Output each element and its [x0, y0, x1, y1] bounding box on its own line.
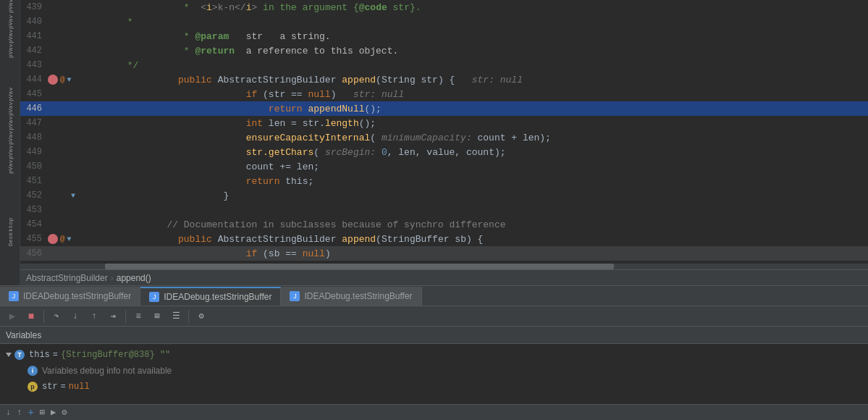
- gutter-label-5: [0, 58, 20, 87]
- javadoc-star2: *: [178, 46, 195, 56]
- nav-add-btn[interactable]: +: [26, 407, 35, 419]
- tab-3[interactable]: J IDEADebug.testStringBuffer: [281, 287, 421, 306]
- var-item-str[interactable]: p str = null: [0, 379, 868, 395]
- bottom-nav: ↓ ↑ + ⊞ ▶ ⚙: [0, 404, 868, 420]
- gutter-label-8: pVav: [0, 116, 20, 130]
- debug-btn-stepover[interactable]: ↷: [49, 308, 64, 324]
- debug-sep-1: [43, 310, 44, 323]
- code-line-456: 456 if (sb == null): [20, 246, 868, 261]
- var-equals-str: =: [61, 382, 66, 392]
- expand-this-icon: [6, 353, 12, 357]
- gutter-label-4: pVav: [0, 43, 20, 58]
- breadcrumb-bar: AbstractStringBuilder › append(): [20, 269, 868, 285]
- var-message-info: Variables debug info not available: [42, 366, 172, 376]
- line-icons-455: @ ▼: [48, 234, 91, 244]
- debug-btn-stepout[interactable]: ↑: [86, 308, 102, 324]
- gutter-label-6: pVav: [0, 87, 20, 101]
- breakpoint-icon-455[interactable]: [48, 234, 58, 244]
- editor-container: pVav pVav pVav pVav pVav pVav pVav pVav …: [0, 0, 868, 285]
- variables-content: T this = {StringBuffer@838} "" i Variabl…: [0, 344, 868, 404]
- gutter-label-12: [0, 174, 20, 217]
- line-num-453: 453: [20, 205, 48, 215]
- fold-icon-444[interactable]: ▼: [67, 76, 72, 84]
- gutter-label-3: pVav: [0, 29, 20, 43]
- var-name-this: this: [29, 350, 50, 360]
- gutter-label-11: pVav: [0, 159, 20, 174]
- debug-btn-settings[interactable]: ⚙: [193, 308, 209, 324]
- breadcrumb-parent[interactable]: AbstractStringBuilder: [26, 273, 108, 283]
- breakpoint-icon-444[interactable]: [48, 75, 58, 85]
- h-scrollbar[interactable]: [20, 264, 868, 269]
- tab-icon-2: J: [149, 292, 159, 302]
- left-gutter: pVav pVav pVav pVav pVav pVav pVav pVav …: [0, 0, 20, 285]
- nav-watch-btn[interactable]: ⊞: [38, 407, 46, 418]
- debug-btn-eval[interactable]: ≡: [130, 308, 146, 324]
- line-num-444: 444: [20, 75, 48, 85]
- code-line-439: 439 * <i>k-n</i> in the argument {@code …: [20, 0, 868, 14]
- at-icon-444: @: [60, 75, 65, 84]
- debug-btn-stop[interactable]: ■: [23, 308, 39, 324]
- fold-icon-455[interactable]: ▼: [67, 235, 72, 243]
- line-num-441: 441: [20, 31, 48, 41]
- var-item-info: i Variables debug info not available: [0, 363, 868, 379]
- debug-btn-watch[interactable]: ⊞: [149, 308, 165, 324]
- javadoc-at-code: @code: [359, 2, 387, 13]
- nav-up-btn[interactable]: ↑: [15, 408, 23, 418]
- tab-bar: J IDEADebug.testStringBuffer J IDEADebug…: [0, 285, 868, 306]
- kw-if-456: if: [246, 248, 258, 259]
- tab-2[interactable]: J IDEADebug.testStringBuffer: [140, 287, 281, 306]
- line-number-area-445: 445: [20, 89, 122, 99]
- line-number-area-442: 442: [20, 46, 122, 56]
- variables-title: Variables: [6, 330, 41, 340]
- gutter-label-9: pVav: [0, 130, 20, 145]
- line-num-446: 446: [20, 104, 48, 114]
- debug-btn-resume[interactable]: ▶: [4, 308, 20, 324]
- line-num-439: 439: [20, 2, 48, 12]
- debug-btn-frames[interactable]: ☰: [168, 308, 184, 324]
- line-number-area-439: 439: [20, 2, 122, 12]
- debug-btn-runtocursor[interactable]: ⇥: [105, 308, 121, 324]
- str-var-icon: p: [28, 382, 38, 392]
- line-num-454: 454: [20, 219, 48, 230]
- gutter-label-desk: Desk: [0, 232, 20, 246]
- var-value-this: {StringBuffer@838} "": [61, 350, 170, 360]
- nav-down-btn[interactable]: ↓: [4, 408, 12, 418]
- nav-settings-btn[interactable]: ⚙: [60, 407, 68, 418]
- line-number-area-450: 450: [20, 161, 122, 172]
- debug-btn-stepinto[interactable]: ↓: [67, 308, 83, 324]
- code-line-453: 453: [20, 203, 868, 217]
- tab-label-2: IDEADebug.testStringBuffer: [164, 292, 271, 302]
- javadoc-return-content: a reference to this object.: [235, 46, 398, 56]
- gutter-label-ktop: ktop: [0, 217, 20, 232]
- line-number-area-454: 454: [20, 219, 122, 230]
- expand-this[interactable]: [6, 353, 12, 357]
- gutter-label-7: pVav: [0, 101, 20, 116]
- rest-456: (sb ==: [257, 248, 302, 259]
- javadoc-return-tag: @return: [195, 46, 235, 56]
- code-area: 439 * <i>k-n</i> in the argument {@code …: [20, 0, 868, 285]
- var-item-this[interactable]: T this = {StringBuffer@838} "": [0, 347, 868, 363]
- tab-label-1: IDEADebug.testStringBuffer: [23, 291, 131, 301]
- line-number-area-441: 441: [20, 31, 122, 41]
- line-num-442: 442: [20, 46, 48, 56]
- line-number-area-448: 448: [20, 133, 122, 143]
- tab-label-3: IDEADebug.testStringBuffer: [304, 291, 412, 301]
- nav-play-btn[interactable]: ▶: [49, 407, 57, 418]
- paren-close-456: ): [325, 248, 331, 259]
- tab-1[interactable]: J IDEADebug.testStringBuffer: [0, 287, 140, 306]
- kw-null-456: null: [303, 248, 325, 259]
- line-number-area-453: 453: [20, 205, 122, 215]
- line-num-450: 450: [20, 161, 48, 172]
- line-num-456: 456: [20, 248, 48, 259]
- line-number-area-443: 443: [20, 60, 122, 70]
- line-number-area-447: 447: [20, 118, 122, 128]
- tab-icon-1: J: [9, 291, 19, 301]
- line-num-449: 449: [20, 147, 48, 157]
- brace-452: }: [178, 190, 229, 201]
- breadcrumb-child[interactable]: append(): [117, 273, 151, 283]
- var-name-str: str: [42, 382, 58, 392]
- line-number-area-440: 440: [20, 17, 122, 27]
- gutter-label-2: pVav: [0, 14, 20, 29]
- javadoc-text2: in the argument: [257, 2, 353, 13]
- fold-icon-452[interactable]: ▼: [71, 192, 75, 200]
